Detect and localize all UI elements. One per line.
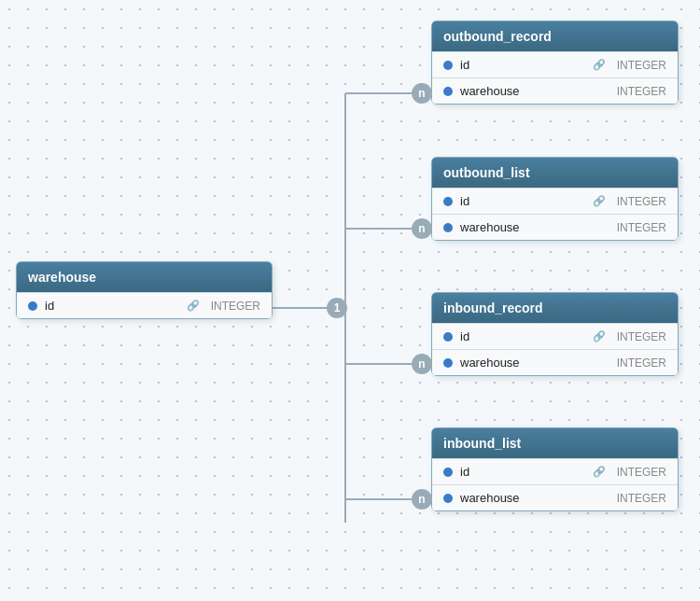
field-name: id xyxy=(45,299,187,313)
outbound-record-table: outbound_record id 🔗 INTEGER warehouse I… xyxy=(431,21,679,105)
field-type: INTEGER xyxy=(617,466,666,479)
connector-n-inbound-list: n xyxy=(412,489,432,510)
field-type: INTEGER xyxy=(617,356,666,370)
key-icon: 🔗 xyxy=(593,466,606,478)
warehouse-table: warehouse id 🔗 INTEGER xyxy=(16,261,273,319)
outbound-record-warehouse-row: warehouse INTEGER xyxy=(432,77,678,104)
warehouse-id-row: id 🔗 INTEGER xyxy=(17,292,272,318)
field-name: id xyxy=(460,194,593,208)
field-dot xyxy=(443,468,453,477)
key-icon: 🔗 xyxy=(187,300,200,312)
connector-one: 1 xyxy=(327,298,347,318)
inbound-record-warehouse-row: warehouse INTEGER xyxy=(432,349,678,375)
field-type: INTEGER xyxy=(617,195,666,208)
outbound-list-warehouse-row: warehouse INTEGER xyxy=(432,214,678,240)
key-icon: 🔗 xyxy=(593,59,606,71)
field-name: warehouse xyxy=(460,491,609,505)
field-name: warehouse xyxy=(460,220,609,234)
field-dot xyxy=(443,332,453,342)
inbound-list-table: inbound_list id 🔗 INTEGER warehouse INTE… xyxy=(431,427,679,511)
field-name: id xyxy=(460,329,593,343)
outbound-record-id-row: id 🔗 INTEGER xyxy=(432,51,678,77)
key-icon: 🔗 xyxy=(593,195,606,207)
field-type: INTEGER xyxy=(617,492,666,505)
outbound-record-header: outbound_record xyxy=(432,21,678,51)
field-type: INTEGER xyxy=(617,59,666,72)
field-type: INTEGER xyxy=(211,300,260,313)
outbound-list-header: outbound_list xyxy=(432,158,678,188)
inbound-list-id-row: id 🔗 INTEGER xyxy=(432,458,678,484)
inbound-list-warehouse-row: warehouse INTEGER xyxy=(432,484,678,510)
inbound-list-header: inbound_list xyxy=(432,428,678,458)
outbound-list-table: outbound_list id 🔗 INTEGER warehouse INT… xyxy=(431,157,679,241)
field-dot xyxy=(443,61,453,70)
field-type: INTEGER xyxy=(617,221,666,234)
field-type: INTEGER xyxy=(617,330,666,343)
warehouse-table-header: warehouse xyxy=(17,262,272,292)
field-dot xyxy=(443,223,453,232)
connector-n-outbound-record: n xyxy=(412,83,432,104)
connector-n-outbound-list: n xyxy=(412,218,432,239)
field-type: INTEGER xyxy=(617,85,666,98)
field-name: warehouse xyxy=(460,84,609,98)
inbound-record-id-row: id 🔗 INTEGER xyxy=(432,323,678,349)
inbound-record-header: inbound_record xyxy=(432,293,678,323)
field-dot xyxy=(443,494,453,503)
outbound-list-id-row: id 🔗 INTEGER xyxy=(432,188,678,214)
field-name: id xyxy=(460,58,593,72)
field-name: warehouse xyxy=(460,356,609,370)
field-name: id xyxy=(460,465,593,479)
field-dot xyxy=(443,87,453,96)
field-dot xyxy=(443,358,453,368)
field-dot xyxy=(443,197,453,206)
key-icon: 🔗 xyxy=(593,330,606,342)
inbound-record-table: inbound_record id 🔗 INTEGER warehouse IN… xyxy=(431,292,679,376)
field-dot xyxy=(28,301,37,311)
connector-n-inbound-record: n xyxy=(412,354,432,374)
